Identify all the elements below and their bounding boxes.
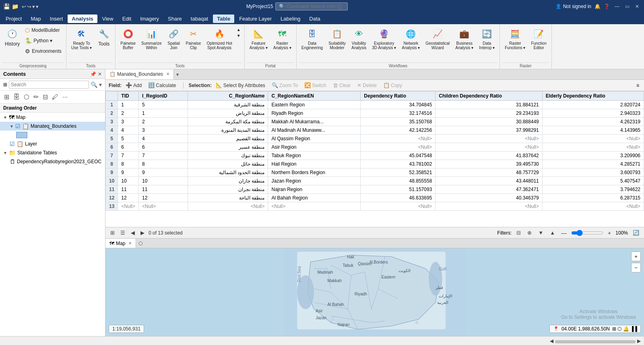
contents-toolbar-icon6[interactable]: 🖊 <box>51 93 59 102</box>
menu-imagery[interactable]: Imagery <box>136 15 163 23</box>
menu-data[interactable]: Data <box>305 15 324 23</box>
table-row[interactable]: 5 5 4 منطقة القصيم Al Qassim Region <Nul… <box>106 135 644 143</box>
menu-tabaqat[interactable]: tabaqat <box>187 15 212 23</box>
visibility-analysis-button[interactable]: 👁 Visibility Analysis <box>349 26 369 52</box>
table-row[interactable]: 3 3 2 منطقة مكة المكرمة Makkah Al Mukarr… <box>106 118 644 126</box>
menu-feature-layer[interactable]: Feature Layer <box>235 15 276 23</box>
contents-close-icon[interactable]: ✕ <box>98 71 102 77</box>
table-tab-manateq[interactable]: 📋 Manateq_Boundaries ✕ <box>105 69 174 79</box>
table-row[interactable]: 13 <Null> <Null> <Null> <Null> <Null> <N… <box>106 202 644 211</box>
table-row[interactable]: 8 8 8 منطقة حائل Hail Region 43.781002 3… <box>106 160 644 168</box>
col-header-iregion[interactable]: I_RegionID <box>139 91 188 101</box>
tree-item-map[interactable]: ▼ 🗺 Map <box>0 113 105 122</box>
contents-toolbar-icon3[interactable]: ⬡ <box>23 92 30 102</box>
environments-button[interactable]: ⚙ Environments <box>23 47 63 56</box>
restore-button[interactable]: ▭ <box>623 3 631 10</box>
menu-labeling[interactable]: Labeling <box>277 15 304 23</box>
add-button[interactable]: ➕ Add <box>123 81 144 89</box>
tree-item-dependency[interactable]: 🗒 DependencyRatiobyregion2023_GEOC <box>0 157 105 166</box>
footer-prev-button[interactable]: ◀ <box>129 229 136 237</box>
table-row[interactable]: 6 6 6 منطقة عسير Asir Region <Null> <Nul… <box>106 143 644 152</box>
business-analysis-button[interactable]: 💼 Business Analysis ▾ <box>453 26 476 52</box>
hot-spot-button[interactable]: 🔥 Optimized Hot Spot Analysis <box>204 26 234 52</box>
table-row[interactable]: 7 7 7 منطقة تبوك Tabuk Region 45.047548 … <box>106 152 644 160</box>
undo-icon[interactable]: ↩ <box>22 4 26 10</box>
save-icon[interactable]: 💾 <box>3 3 10 10</box>
menu-insert[interactable]: Insert <box>46 15 67 23</box>
col-header-cregion[interactable]: C_RegionName <box>188 91 268 101</box>
contents-toolbar-more[interactable]: ··· <box>62 93 68 102</box>
contents-search-input[interactable] <box>9 81 89 89</box>
manateq-checkbox[interactable]: ☑ <box>15 123 21 129</box>
table-tab-arrow[interactable]: ▾ <box>174 72 181 77</box>
menu-share[interactable]: Share <box>164 15 186 23</box>
zoom-plus-btn[interactable]: + <box>607 230 612 236</box>
tree-expand-map[interactable]: ▼ <box>3 115 7 120</box>
contents-toolbar-icon4[interactable]: ✏ <box>33 92 39 102</box>
table-tab-close[interactable]: ✕ <box>166 72 169 76</box>
geostatistical-wizard-button[interactable]: 📈 Geostatistical Wizard <box>423 26 452 52</box>
pairwise-clip-button[interactable]: ✂ Pairwise Clip <box>184 26 204 52</box>
suitability-modeler-button[interactable]: 📋 Suitability Modeler <box>326 26 348 52</box>
search-expand-icon[interactable]: ▾ <box>99 81 102 88</box>
filter-icon-btn[interactable]: ⊟ <box>515 229 522 237</box>
footer-play-button[interactable]: ▶ <box>139 229 146 237</box>
notification-bell-icon[interactable]: 🔔 <box>594 4 601 9</box>
table-row[interactable]: 4 4 3 منطقة المدينة المنورة Al Madinah A… <box>106 126 644 135</box>
clear-button[interactable]: 🗑 Clear <box>330 81 353 89</box>
ready-to-use-tools-button[interactable]: 🛠 Ready To Use Tools ▾ <box>69 26 95 52</box>
data-interop-button[interactable]: 🔄 Data Interop ▾ <box>477 26 497 52</box>
close-button[interactable]: ✕ <box>634 3 641 10</box>
copy-button[interactable]: 📋 Copy <box>381 81 405 89</box>
scroll-up-button[interactable]: ▲ <box>235 27 242 33</box>
help-icon[interactable]: ❓ <box>604 4 610 9</box>
delete-button[interactable]: ✕ Delete <box>355 81 379 89</box>
minimize-button[interactable]: — <box>613 3 621 10</box>
undo-icons[interactable]: ↩ ↪ ▾ ▾ <box>22 4 39 10</box>
contents-toolbar-icon2[interactable]: 🗄 <box>12 93 21 102</box>
filter-up-btn[interactable]: ▲ <box>548 229 557 237</box>
notification-icons[interactable]: 🔔 ❓ <box>594 4 610 9</box>
window-controls[interactable]: — ▭ ✕ <box>613 3 641 10</box>
map-expand-button[interactable]: ⬡ <box>136 241 145 246</box>
tree-item-layer[interactable]: ☑ 📋 Layer <box>0 139 105 148</box>
menu-table[interactable]: Table <box>213 15 234 23</box>
filter-down-btn[interactable]: ▼ <box>537 229 545 237</box>
table-list-button[interactable]: ☰ <box>119 229 127 237</box>
undo-dropdown[interactable]: ▾ <box>32 4 35 10</box>
col-header-childdep[interactable]: Children Dependency Ratio <box>436 91 542 101</box>
map-tab-close[interactable]: ✕ <box>128 241 132 245</box>
search-dropdown-icon[interactable]: 🔍 <box>91 81 97 88</box>
zoom-minus-btn[interactable]: — <box>560 230 568 236</box>
table-row[interactable]: 10 10 10 منطقة جازان Jazan Region 48.855… <box>106 177 644 185</box>
open-icon[interactable]: 📁 <box>12 3 19 10</box>
data-engineering-button[interactable]: 🗄 Data Engineering <box>299 26 325 52</box>
exploratory-3d-button[interactable]: 🔮 Exploratory 3D Analysis ▾ <box>369 26 398 52</box>
contents-toolbar-icon5[interactable]: ⊟ <box>42 92 49 102</box>
toolbar-menu-button[interactable]: ≡ <box>635 81 641 90</box>
table-row[interactable]: 11 11 11 منطقة نجران Najran Region 51.15… <box>106 185 644 194</box>
map-tab[interactable]: 🗺 Map ✕ <box>105 239 136 248</box>
menu-map[interactable]: Map <box>27 15 45 23</box>
tree-item-standalone[interactable]: ▼ 📁 Standalone Tables <box>0 148 105 157</box>
status-scrollbar[interactable]: ◀ ▶ <box>550 338 641 344</box>
save-icons[interactable]: 💾 📁 <box>3 3 19 10</box>
select-by-attributes-button[interactable]: 📐 Select By Attributes <box>213 81 268 89</box>
pairwise-buffer-button[interactable]: ⭕ Pairwise Buffer <box>118 26 138 52</box>
tools-button[interactable]: 🔧 Tools <box>95 26 113 48</box>
menu-project[interactable]: Project <box>2 15 26 23</box>
table-row[interactable]: 2 2 1 منطقة الرياض Riyadh Region 32.1745… <box>106 109 644 118</box>
calculate-button[interactable]: 🔢 Calculate <box>146 81 178 89</box>
map-tools[interactable]: + − <box>631 251 641 272</box>
command-search-input[interactable] <box>287 4 343 9</box>
command-search-box[interactable]: 🔍 <box>275 2 348 10</box>
tree-expand-standalone[interactable]: ▼ <box>3 151 7 155</box>
status-scroll-left[interactable]: ◀ <box>550 338 553 344</box>
menu-analysis[interactable]: Analysis <box>68 15 97 23</box>
menu-edit[interactable]: Edit <box>118 15 135 23</box>
col-header-dep[interactable]: Dependency Ratio <box>361 91 436 101</box>
contents-toolbar-icon1[interactable]: ⊞ <box>3 92 10 102</box>
modelbuilder-button[interactable]: ⬡ ModelBuilder <box>23 26 63 35</box>
data-table-container[interactable]: TID I_RegionID C_RegionName C_RegionName… <box>105 91 644 227</box>
col-header-cregioen[interactable]: C_RegionNameEN <box>268 91 361 101</box>
